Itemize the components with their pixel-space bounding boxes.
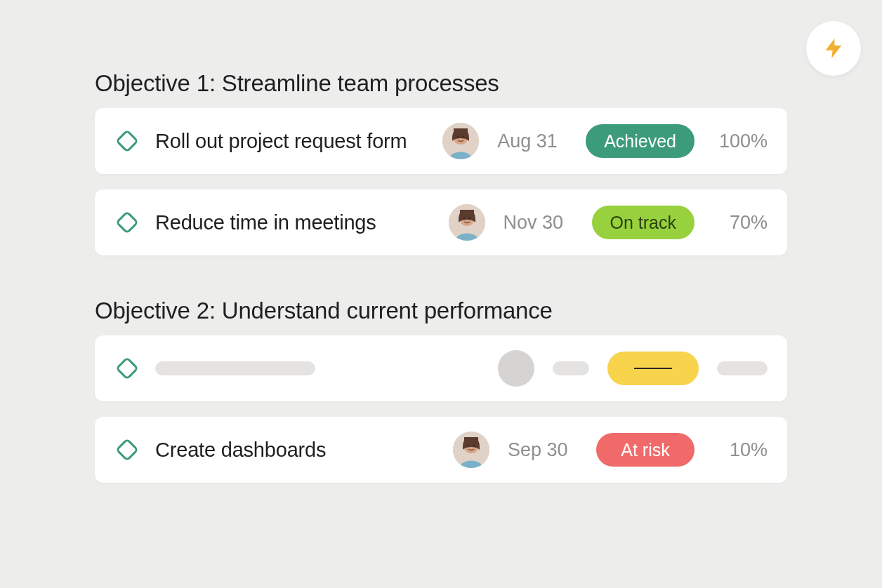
svg-point-17	[468, 445, 470, 447]
task-title: Reduce time in meetings	[155, 211, 449, 234]
objective-title: Objective 2: Understand current performa…	[95, 298, 787, 324]
assignee-avatar[interactable]	[449, 204, 485, 241]
task-meta	[498, 350, 768, 387]
svg-rect-13	[117, 439, 138, 460]
task-meta: Aug 31 Achieved 100%	[442, 123, 768, 159]
milestone-diamond-icon	[114, 437, 140, 462]
objective-group-1: Objective 1: Streamline team processes R…	[95, 70, 787, 255]
task-card[interactable]: Reduce time in meetings Nov 30 On track …	[95, 189, 787, 255]
task-card[interactable]: Roll out project request form Aug 31 Ach…	[95, 108, 787, 174]
milestone-diamond-icon	[114, 356, 140, 381]
task-card[interactable]: Create dashboards Sep 30 At risk 10%	[95, 417, 787, 483]
status-badge[interactable]: Achieved	[586, 124, 695, 158]
objectives-panel: Objective 1: Streamline team processes R…	[0, 0, 882, 588]
milestone-diamond-icon	[114, 210, 140, 235]
placeholder-date	[553, 361, 589, 375]
status-badge[interactable]: On track	[592, 206, 695, 239]
objective-title: Objective 1: Streamline team processes	[95, 70, 787, 97]
lightning-icon	[822, 36, 845, 60]
svg-point-10	[463, 218, 465, 220]
svg-rect-0	[117, 131, 138, 152]
svg-point-11	[468, 218, 470, 220]
progress-value: 10%	[713, 439, 768, 461]
due-date: Aug 31	[497, 131, 567, 152]
task-title: Create dashboards	[155, 439, 453, 462]
progress-value: 70%	[713, 212, 768, 234]
status-badge[interactable]: At risk	[596, 433, 695, 467]
svg-rect-6	[117, 212, 138, 233]
assignee-avatar[interactable]	[453, 432, 489, 468]
task-meta: Nov 30 On track 70%	[449, 204, 768, 241]
placeholder-avatar	[498, 350, 534, 387]
svg-rect-12	[117, 358, 138, 379]
placeholder-progress	[717, 361, 768, 375]
svg-point-5	[463, 136, 465, 138]
task-meta: Sep 30 At risk 10%	[453, 432, 768, 468]
svg-point-4	[457, 136, 459, 138]
lightning-fab[interactable]	[806, 21, 861, 76]
due-date: Nov 30	[503, 212, 574, 234]
assignee-avatar[interactable]	[442, 123, 479, 159]
svg-rect-16	[464, 437, 478, 443]
task-card-placeholder[interactable]	[95, 335, 787, 401]
svg-rect-9	[460, 210, 474, 215]
svg-point-18	[473, 445, 475, 447]
svg-rect-3	[454, 128, 468, 134]
due-date: Sep 30	[508, 439, 578, 461]
placeholder-title	[155, 361, 315, 375]
objective-group-2: Objective 2: Understand current performa…	[95, 298, 787, 483]
status-badge-pending[interactable]	[607, 352, 699, 385]
progress-value: 100%	[713, 131, 768, 152]
task-title: Roll out project request form	[155, 130, 442, 153]
milestone-diamond-icon	[114, 128, 140, 154]
